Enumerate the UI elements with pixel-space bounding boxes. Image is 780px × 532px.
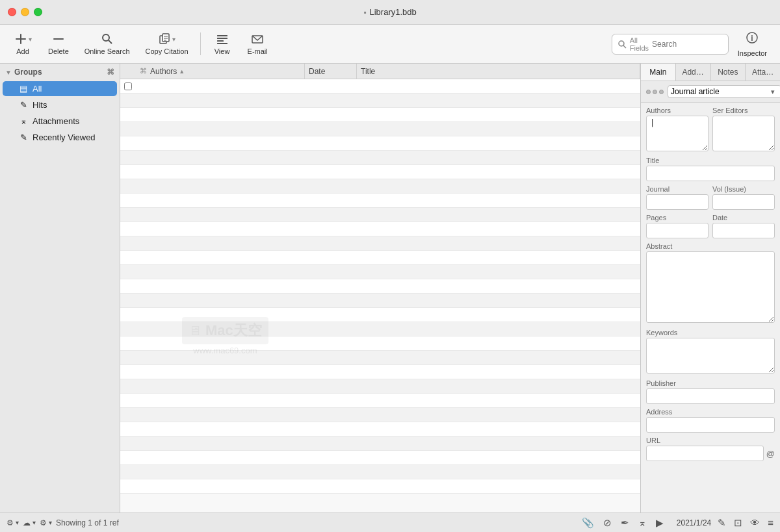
date-label: Date: [712, 214, 775, 222]
view-button[interactable]: View: [206, 30, 239, 58]
online-search-button[interactable]: Online Search: [78, 30, 136, 58]
ban-icon[interactable]: ⊘: [603, 517, 612, 529]
sidebar: ▼ Groups ⌘ ▤ All ✎ Hits ⌅ Attachments ✎ …: [0, 64, 120, 513]
edit-icon[interactable]: ✎: [718, 517, 726, 529]
attachments-icon: ⌅: [18, 116, 29, 126]
close-button[interactable]: [8, 8, 16, 16]
vol-issue-field: Vol (Issue): [712, 185, 775, 210]
table-row[interactable]: [120, 251, 640, 265]
sidebar-item-hits[interactable]: ✎ Hits: [3, 97, 117, 112]
table-row[interactable]: [120, 136, 640, 151]
type-select[interactable]: Journal article Book Book chapter Thesis…: [668, 85, 780, 98]
url-input[interactable]: [646, 446, 764, 461]
table-row[interactable]: [120, 336, 640, 351]
table-row[interactable]: [120, 79, 640, 94]
tab-atta[interactable]: Atta…: [746, 64, 780, 81]
play-icon[interactable]: ▶: [656, 517, 664, 529]
statusbar-gear-btn[interactable]: ⚙ ▾: [40, 518, 52, 527]
journal-input[interactable]: [646, 194, 708, 210]
main-content: ▼ Groups ⌘ ▤ All ✎ Hits ⌅ Attachments ✎ …: [0, 64, 780, 513]
sidebar-groups-header: ▼ Groups ⌘: [0, 64, 120, 81]
address-input[interactable]: [646, 417, 775, 433]
table-row[interactable]: [120, 208, 640, 222]
maximize-button[interactable]: [34, 8, 42, 16]
title-input[interactable]: [646, 166, 775, 181]
table-row[interactable]: [120, 308, 640, 322]
svg-text:i: i: [751, 34, 753, 43]
table-row[interactable]: [120, 451, 640, 465]
table-row[interactable]: [120, 294, 640, 308]
table-row[interactable]: [120, 394, 640, 408]
statusbar-settings-btn[interactable]: ⚙ ▾: [6, 518, 19, 527]
statusbar-cloud-btn[interactable]: ☁ ▾: [23, 518, 36, 527]
table-row[interactable]: [120, 122, 640, 136]
col-authors-label: Authors: [150, 67, 177, 76]
table-row[interactable]: [120, 351, 640, 365]
row-checkbox-input[interactable]: [124, 82, 132, 90]
table-row[interactable]: [120, 379, 640, 394]
add-button[interactable]: ▾ Add: [6, 30, 39, 58]
table-row[interactable]: [120, 465, 640, 479]
table-row[interactable]: [120, 108, 640, 122]
publisher-input[interactable]: [646, 388, 775, 404]
db-icon: ▪: [363, 8, 366, 17]
email-button[interactable]: E-mail: [241, 30, 274, 58]
traffic-lights[interactable]: [8, 8, 42, 16]
cmd-icon: ⌘: [107, 68, 114, 77]
col-header-date[interactable]: Date: [305, 64, 357, 79]
sidebar-item-recently-viewed[interactable]: ✎ Recently Viewed: [3, 130, 117, 145]
minimize-button[interactable]: [21, 8, 29, 16]
statusbar-right-icons: ✎ ⊡ 👁 ≡: [718, 517, 774, 529]
table-row[interactable]: [120, 194, 640, 208]
keywords-input[interactable]: [646, 338, 775, 374]
paperclip-icon[interactable]: 📎: [582, 517, 594, 529]
abstract-input[interactable]: [646, 251, 775, 323]
journal-label: Journal: [646, 185, 708, 193]
inspector-button[interactable]: i Inspector: [731, 29, 774, 60]
gear-chevron: ▾: [49, 519, 52, 526]
window-icon[interactable]: ⊡: [734, 517, 742, 529]
tab-add[interactable]: Add…: [676, 64, 711, 81]
eye-icon[interactable]: 👁: [750, 517, 760, 528]
search-input[interactable]: [652, 40, 743, 49]
attach-icon[interactable]: ⌅: [638, 517, 647, 529]
table-row[interactable]: [120, 236, 640, 251]
table-row[interactable]: [120, 94, 640, 108]
email-icon: [251, 32, 264, 45]
table-row[interactable]: [120, 479, 640, 494]
svg-line-16: [623, 45, 626, 48]
type-row: Journal article Book Book chapter Thesis…: [641, 81, 780, 103]
table-row[interactable]: [120, 222, 640, 236]
col-header-authors[interactable]: ⌘ Authors ▲: [136, 64, 305, 79]
table-row[interactable]: [120, 165, 640, 179]
delete-button[interactable]: Delete: [42, 30, 75, 58]
row-checkbox[interactable]: [120, 82, 136, 90]
ser-editors-input[interactable]: [712, 116, 775, 151]
table-row[interactable]: [120, 437, 640, 451]
pen-icon[interactable]: ✒: [621, 517, 629, 529]
copy-citation-button[interactable]: ▾ Copy Citation: [139, 30, 195, 58]
table-row[interactable]: [120, 365, 640, 379]
tab-main[interactable]: Main: [641, 64, 676, 81]
url-at-button[interactable]: @: [766, 449, 775, 459]
date-input[interactable]: [712, 223, 775, 238]
table-row[interactable]: [120, 322, 640, 336]
all-label: All: [32, 84, 42, 94]
search-field[interactable]: All Fields: [612, 34, 729, 55]
sidebar-item-attachments[interactable]: ⌅ Attachments: [3, 114, 117, 129]
table-row[interactable]: [120, 422, 640, 437]
table-row[interactable]: [120, 279, 640, 294]
authors-input[interactable]: |: [646, 116, 708, 151]
cloud-chevron: ▾: [32, 519, 36, 526]
list-icon[interactable]: ≡: [768, 517, 774, 528]
table-row[interactable]: [120, 408, 640, 422]
table-row[interactable]: [120, 151, 640, 165]
pages-input[interactable]: [646, 223, 708, 238]
vol-issue-input[interactable]: [712, 194, 775, 210]
table-row[interactable]: [120, 265, 640, 279]
tab-notes[interactable]: Notes: [711, 64, 746, 81]
table-row[interactable]: [120, 179, 640, 194]
sidebar-item-all[interactable]: ▤ All: [3, 81, 117, 96]
col-header-title[interactable]: Title: [357, 64, 640, 79]
all-fields-label: [618, 39, 627, 49]
